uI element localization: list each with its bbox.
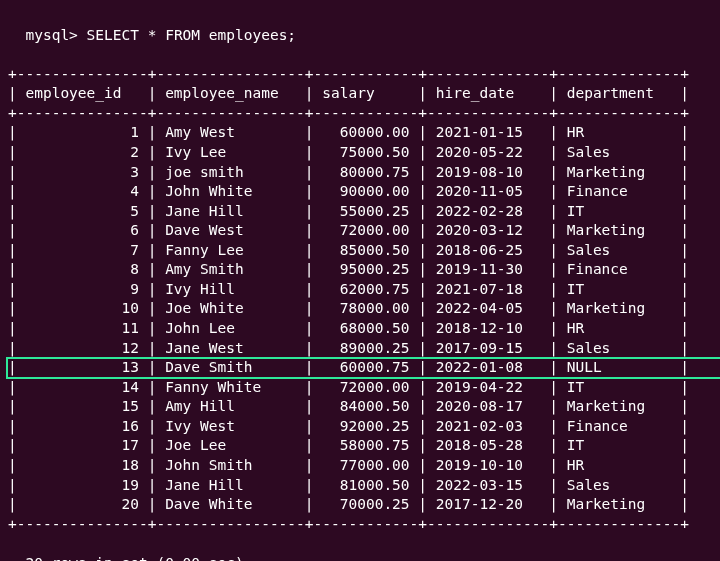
table-row: | 1 | Amy West | 60000.00 | 2021-01-15 |…	[8, 123, 712, 143]
table-row: | 16 | Ivy West | 92000.25 | 2021-02-03 …	[8, 417, 712, 437]
result-summary: 20 rows in set (0.00 sec)	[25, 555, 243, 561]
table-row: | 3 | joe smith | 80000.75 | 2019-08-10 …	[8, 163, 712, 183]
table-row: | 6 | Dave West | 72000.00 | 2020-03-12 …	[8, 221, 712, 241]
table-row: | 11 | John Lee | 68000.50 | 2018-12-10 …	[8, 319, 712, 339]
table-border-mid: +---------------+-----------------+-----…	[8, 104, 712, 124]
table-row: | 10 | Joe White | 78000.00 | 2022-04-05…	[8, 299, 712, 319]
table-row: | 5 | Jane Hill | 55000.25 | 2022-02-28 …	[8, 202, 712, 222]
table-row: | 4 | John White | 90000.00 | 2020-11-05…	[8, 182, 712, 202]
sql-statement: SELECT * FROM employees;	[87, 27, 297, 43]
result-table: +---------------+-----------------+-----…	[8, 65, 712, 535]
table-border-bottom: +---------------+-----------------+-----…	[8, 515, 712, 535]
table-row: | 17 | Joe Lee | 58000.75 | 2018-05-28 |…	[8, 436, 712, 456]
table-row: | 20 | Dave White | 70000.25 | 2017-12-2…	[8, 495, 712, 515]
table-row: | 14 | Fanny White | 72000.00 | 2019-04-…	[8, 378, 712, 398]
table-row: | 2 | Ivy Lee | 75000.50 | 2020-05-22 | …	[8, 143, 712, 163]
table-border-top: +---------------+-----------------+-----…	[8, 65, 712, 85]
table-row: | 15 | Amy Hill | 84000.50 | 2020-08-17 …	[8, 397, 712, 417]
table-row: | 19 | Jane Hill | 81000.50 | 2022-03-15…	[8, 476, 712, 496]
table-row: | 12 | Jane West | 89000.25 | 2017-09-15…	[8, 339, 712, 359]
table-header-row: | employee_id | employee_name | salary |…	[8, 84, 712, 104]
table-row: | 9 | Ivy Hill | 62000.75 | 2021-07-18 |…	[8, 280, 712, 300]
table-row: | 13 | Dave Smith | 60000.75 | 2022-01-0…	[8, 358, 712, 378]
terminal-output[interactable]: mysql> SELECT * FROM employees; +-------…	[0, 0, 720, 561]
table-row: | 18 | John Smith | 77000.00 | 2019-10-1…	[8, 456, 712, 476]
table-row: | 7 | Fanny Lee | 85000.50 | 2018-06-25 …	[8, 241, 712, 261]
table-row: | 8 | Amy Smith | 95000.25 | 2019-11-30 …	[8, 260, 712, 280]
mysql-prompt: mysql>	[25, 27, 86, 43]
